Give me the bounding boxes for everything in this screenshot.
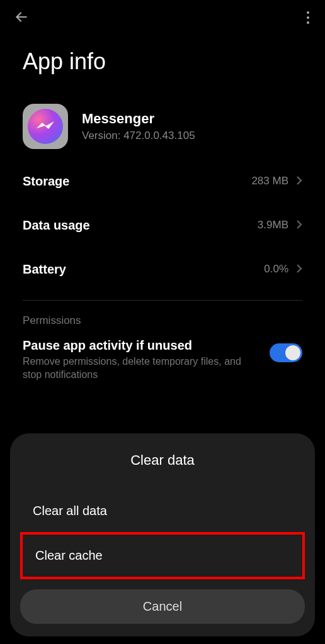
data-usage-row[interactable]: Data usage 3.9MB (0, 203, 325, 247)
app-header-row: Messenger Version: 472.0.0.43.105 (0, 94, 325, 159)
pause-activity-desc: Remove permissions, delete temporary fil… (23, 355, 259, 382)
clear-cache-option[interactable]: Clear cache (20, 532, 305, 579)
storage-value: 283 MB (251, 175, 288, 187)
divider (23, 300, 302, 301)
more-options-icon[interactable] (306, 11, 312, 28)
svg-point-2 (307, 16, 309, 19)
svg-point-3 (307, 21, 309, 24)
toggle-knob (285, 345, 300, 360)
pause-activity-title: Pause app activity if unused (23, 338, 259, 353)
app-icon (23, 104, 68, 149)
data-usage-label: Data usage (23, 218, 90, 233)
svg-point-1 (307, 11, 309, 14)
storage-row[interactable]: Storage 283 MB (0, 159, 325, 203)
app-version: Version: 472.0.0.43.105 (82, 130, 195, 142)
sheet-title: Clear data (20, 452, 305, 469)
chevron-right-icon (296, 173, 302, 189)
pause-activity-row[interactable]: Pause app activity if unused Remove perm… (0, 335, 325, 386)
page-title: App info (0, 36, 325, 94)
chevron-right-icon (296, 217, 302, 233)
pause-activity-toggle[interactable] (270, 343, 302, 362)
clear-data-sheet: Clear data Clear all data Clear cache Ca… (10, 433, 315, 636)
battery-value: 0.0% (264, 263, 288, 275)
back-arrow-icon[interactable] (13, 9, 29, 30)
battery-label: Battery (23, 262, 66, 277)
data-usage-value: 3.9MB (258, 219, 288, 231)
storage-label: Storage (23, 174, 69, 189)
clear-all-data-option[interactable]: Clear all data (20, 490, 305, 532)
chevron-right-icon (296, 261, 302, 277)
battery-row[interactable]: Battery 0.0% (0, 247, 325, 291)
app-name: Messenger (82, 111, 195, 127)
permissions-section-label: Permissions (0, 314, 325, 335)
messenger-bolt-icon (35, 121, 55, 132)
cancel-button[interactable]: Cancel (20, 589, 305, 624)
